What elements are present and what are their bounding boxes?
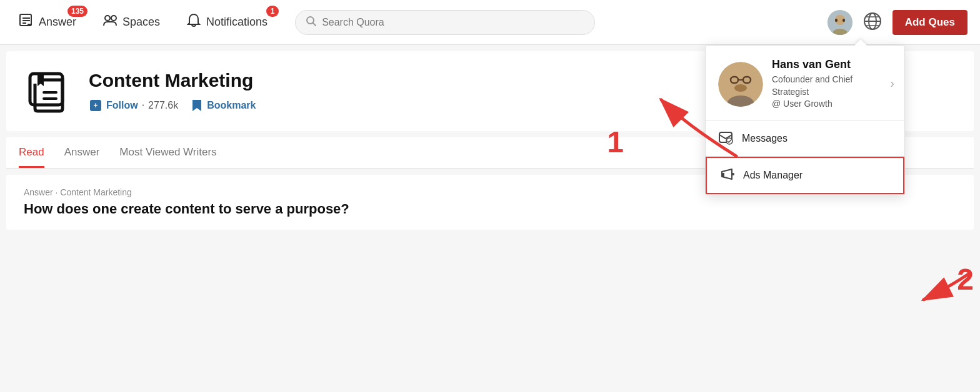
svg-point-5 — [111, 16, 116, 21]
search-box[interactable] — [295, 10, 595, 35]
bell-icon — [185, 12, 202, 32]
tab-answer[interactable]: Answer — [64, 137, 100, 168]
bookmark-button[interactable]: Bookmark — [191, 99, 256, 112]
follow-button[interactable]: + Follow · 277.6k — [89, 99, 178, 112]
profile-info: Hans van Gent Cofounder and Chief Strate… — [772, 58, 892, 110]
profile-name: Hans van Gent — [772, 58, 892, 71]
notifications-badge: 1 — [266, 6, 279, 17]
header-right: Add Ques — [828, 10, 968, 35]
profile-subtitle: Cofounder and Chief Strategist@ User Gro… — [772, 74, 892, 110]
spaces-nav[interactable]: Spaces — [96, 9, 165, 35]
avatar-large — [718, 62, 763, 107]
messages-icon — [718, 130, 733, 147]
tab-read[interactable]: Read — [19, 137, 44, 168]
header: Answer 135 Spaces Notifications 1 — [0, 0, 980, 45]
svg-point-30 — [734, 84, 747, 92]
topic-icon — [24, 66, 74, 116]
user-avatar-small[interactable] — [828, 10, 852, 35]
follow-label: Follow — [106, 100, 138, 111]
profile-arrow-icon: › — [890, 76, 894, 90]
notifications-nav[interactable]: Notifications 1 — [180, 9, 272, 35]
messages-label: Messages — [742, 133, 788, 144]
answer-icon — [18, 12, 35, 32]
search-icon — [306, 16, 317, 29]
tab-most-viewed-writers[interactable]: Most Viewed Writers — [119, 137, 216, 168]
notifications-label: Notifications — [206, 16, 268, 29]
add-question-button[interactable]: Add Ques — [892, 10, 968, 35]
search-input[interactable] — [322, 17, 584, 28]
bookmark-label: Bookmark — [207, 100, 256, 111]
svg-rect-12 — [835, 19, 838, 22]
language-button[interactable] — [862, 11, 882, 34]
ads-manager-icon — [719, 167, 734, 184]
answer-label: Answer — [39, 16, 76, 29]
spaces-icon — [101, 12, 119, 32]
answer-nav[interactable]: Answer 135 — [12, 9, 81, 35]
ads-manager-menu-item[interactable]: Ads Manager — [706, 157, 904, 194]
svg-rect-13 — [842, 19, 845, 22]
spaces-label: Spaces — [122, 16, 160, 29]
svg-line-7 — [313, 22, 316, 26]
ads-manager-label: Ads Manager — [743, 170, 802, 181]
svg-text:+: + — [93, 101, 98, 110]
messages-menu-item[interactable]: Messages — [706, 121, 904, 157]
profile-section[interactable]: Hans van Gent Cofounder and Chief Strate… — [706, 46, 904, 121]
answer-badge: 135 — [68, 6, 88, 17]
dropdown-triangle — [854, 39, 867, 46]
article-title: How does one create content to serve a p… — [24, 201, 956, 217]
user-dropdown-panel: Hans van Gent Cofounder and Chief Strate… — [705, 45, 905, 195]
svg-point-33 — [732, 173, 734, 175]
follow-count: 277.6k — [148, 100, 178, 111]
svg-point-4 — [105, 16, 110, 21]
